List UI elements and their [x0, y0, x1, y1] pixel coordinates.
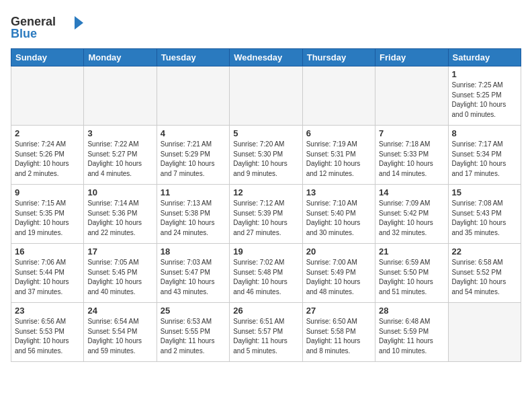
day-number: 6 — [306, 128, 371, 138]
weekday-header-tuesday: Tuesday — [157, 49, 229, 66]
day-cell: 12Sunrise: 7:12 AM Sunset: 5:39 PM Dayli… — [230, 185, 302, 244]
day-info: Sunrise: 7:20 AM Sunset: 5:30 PM Dayligh… — [233, 140, 298, 179]
day-cell: 27Sunrise: 6:50 AM Sunset: 5:58 PM Dayli… — [302, 303, 375, 362]
day-number: 21 — [379, 246, 444, 257]
day-info: Sunrise: 7:25 AM Sunset: 5:25 PM Dayligh… — [452, 81, 517, 120]
day-info: Sunrise: 7:19 AM Sunset: 5:31 PM Dayligh… — [306, 140, 371, 179]
day-cell — [157, 66, 229, 126]
weekday-header-row: SundayMondayTuesdayWednesdayThursdayFrid… — [11, 49, 521, 66]
logo: General Blue — [11, 11, 85, 43]
day-cell — [230, 66, 302, 126]
day-number: 11 — [161, 187, 226, 197]
weekday-header-wednesday: Wednesday — [230, 49, 302, 66]
day-number: 24 — [87, 306, 152, 316]
weekday-header-thursday: Thursday — [302, 49, 375, 66]
day-info: Sunrise: 7:05 AM Sunset: 5:45 PM Dayligh… — [87, 258, 152, 297]
day-cell: 21Sunrise: 6:59 AM Sunset: 5:50 PM Dayli… — [375, 244, 448, 303]
day-number: 1 — [452, 69, 517, 79]
day-info: Sunrise: 7:14 AM Sunset: 5:36 PM Dayligh… — [87, 199, 152, 238]
day-number: 26 — [233, 306, 298, 316]
day-info: Sunrise: 6:50 AM Sunset: 5:58 PM Dayligh… — [306, 317, 371, 356]
svg-text:Blue: Blue — [11, 27, 37, 40]
day-cell: 22Sunrise: 6:58 AM Sunset: 5:52 PM Dayli… — [448, 244, 521, 303]
day-info: Sunrise: 7:22 AM Sunset: 5:27 PM Dayligh… — [87, 140, 152, 179]
logo-text: General Blue — [11, 11, 85, 43]
day-cell: 7Sunrise: 7:18 AM Sunset: 5:33 PM Daylig… — [375, 126, 448, 185]
day-number: 4 — [161, 128, 226, 138]
day-number: 14 — [379, 187, 444, 197]
day-cell — [84, 66, 157, 126]
day-number: 12 — [233, 187, 298, 197]
week-row-3: 9Sunrise: 7:15 AM Sunset: 5:35 PM Daylig… — [11, 185, 521, 244]
day-number: 10 — [87, 187, 152, 197]
day-info: Sunrise: 7:12 AM Sunset: 5:39 PM Dayligh… — [233, 199, 298, 238]
day-info: Sunrise: 6:51 AM Sunset: 5:57 PM Dayligh… — [233, 317, 298, 356]
day-info: Sunrise: 7:15 AM Sunset: 5:35 PM Dayligh… — [15, 199, 80, 238]
day-number: 2 — [15, 128, 80, 138]
day-number: 23 — [15, 306, 80, 316]
svg-text:General: General — [11, 15, 56, 28]
day-info: Sunrise: 7:02 AM Sunset: 5:48 PM Dayligh… — [233, 258, 298, 297]
day-info: Sunrise: 6:58 AM Sunset: 5:52 PM Dayligh… — [452, 258, 517, 297]
day-cell: 18Sunrise: 7:03 AM Sunset: 5:47 PM Dayli… — [157, 244, 229, 303]
calendar-table: SundayMondayTuesdayWednesdayThursdayFrid… — [11, 48, 521, 362]
day-cell: 3Sunrise: 7:22 AM Sunset: 5:27 PM Daylig… — [84, 126, 157, 185]
day-number: 25 — [161, 306, 226, 316]
day-cell: 25Sunrise: 6:53 AM Sunset: 5:55 PM Dayli… — [157, 303, 229, 362]
day-cell: 1Sunrise: 7:25 AM Sunset: 5:25 PM Daylig… — [448, 66, 521, 126]
day-number: 22 — [452, 246, 517, 257]
day-info: Sunrise: 7:24 AM Sunset: 5:26 PM Dayligh… — [15, 140, 80, 179]
day-info: Sunrise: 7:08 AM Sunset: 5:43 PM Dayligh… — [452, 199, 517, 238]
day-info: Sunrise: 7:13 AM Sunset: 5:38 PM Dayligh… — [161, 199, 226, 238]
weekday-header-friday: Friday — [375, 49, 448, 66]
day-number: 20 — [306, 246, 371, 257]
day-cell: 17Sunrise: 7:05 AM Sunset: 5:45 PM Dayli… — [84, 244, 157, 303]
weekday-header-monday: Monday — [84, 49, 157, 66]
day-info: Sunrise: 7:18 AM Sunset: 5:33 PM Dayligh… — [379, 140, 444, 179]
day-info: Sunrise: 7:09 AM Sunset: 5:42 PM Dayligh… — [379, 199, 444, 238]
day-cell: 23Sunrise: 6:56 AM Sunset: 5:53 PM Dayli… — [11, 303, 84, 362]
page-header: General Blue — [11, 11, 521, 43]
weekday-header-sunday: Sunday — [11, 49, 84, 66]
day-cell: 5Sunrise: 7:20 AM Sunset: 5:30 PM Daylig… — [230, 126, 302, 185]
day-cell: 10Sunrise: 7:14 AM Sunset: 5:36 PM Dayli… — [84, 185, 157, 244]
day-number: 8 — [452, 128, 517, 138]
day-cell — [302, 66, 375, 126]
day-number: 16 — [15, 246, 80, 257]
day-number: 27 — [306, 306, 371, 316]
day-cell: 9Sunrise: 7:15 AM Sunset: 5:35 PM Daylig… — [11, 185, 84, 244]
day-cell — [11, 66, 84, 126]
day-number: 3 — [87, 128, 152, 138]
week-row-1: 1Sunrise: 7:25 AM Sunset: 5:25 PM Daylig… — [11, 66, 521, 126]
day-info: Sunrise: 7:03 AM Sunset: 5:47 PM Dayligh… — [161, 258, 226, 297]
day-number: 5 — [233, 128, 298, 138]
day-number: 17 — [87, 246, 152, 257]
day-cell: 28Sunrise: 6:48 AM Sunset: 5:59 PM Dayli… — [375, 303, 448, 362]
day-cell: 2Sunrise: 7:24 AM Sunset: 5:26 PM Daylig… — [11, 126, 84, 185]
day-info: Sunrise: 7:17 AM Sunset: 5:34 PM Dayligh… — [452, 140, 517, 179]
day-cell: 16Sunrise: 7:06 AM Sunset: 5:44 PM Dayli… — [11, 244, 84, 303]
day-info: Sunrise: 6:48 AM Sunset: 5:59 PM Dayligh… — [379, 317, 444, 356]
day-info: Sunrise: 7:06 AM Sunset: 5:44 PM Dayligh… — [15, 258, 80, 297]
day-info: Sunrise: 6:53 AM Sunset: 5:55 PM Dayligh… — [161, 317, 226, 356]
week-row-5: 23Sunrise: 6:56 AM Sunset: 5:53 PM Dayli… — [11, 303, 521, 362]
week-row-2: 2Sunrise: 7:24 AM Sunset: 5:26 PM Daylig… — [11, 126, 521, 185]
weekday-header-saturday: Saturday — [448, 49, 521, 66]
day-cell: 19Sunrise: 7:02 AM Sunset: 5:48 PM Dayli… — [230, 244, 302, 303]
day-cell: 15Sunrise: 7:08 AM Sunset: 5:43 PM Dayli… — [448, 185, 521, 244]
day-info: Sunrise: 7:21 AM Sunset: 5:29 PM Dayligh… — [161, 140, 226, 179]
day-info: Sunrise: 6:59 AM Sunset: 5:50 PM Dayligh… — [379, 258, 444, 297]
day-info: Sunrise: 7:10 AM Sunset: 5:40 PM Dayligh… — [306, 199, 371, 238]
day-cell: 11Sunrise: 7:13 AM Sunset: 5:38 PM Dayli… — [157, 185, 229, 244]
day-number: 13 — [306, 187, 371, 197]
day-info: Sunrise: 6:56 AM Sunset: 5:53 PM Dayligh… — [15, 317, 80, 356]
day-number: 19 — [233, 246, 298, 257]
day-cell: 4Sunrise: 7:21 AM Sunset: 5:29 PM Daylig… — [157, 126, 229, 185]
day-cell: 13Sunrise: 7:10 AM Sunset: 5:40 PM Dayli… — [302, 185, 375, 244]
day-number: 15 — [452, 187, 517, 197]
day-cell: 26Sunrise: 6:51 AM Sunset: 5:57 PM Dayli… — [230, 303, 302, 362]
day-number: 9 — [15, 187, 80, 197]
day-cell: 6Sunrise: 7:19 AM Sunset: 5:31 PM Daylig… — [302, 126, 375, 185]
day-cell: 8Sunrise: 7:17 AM Sunset: 5:34 PM Daylig… — [448, 126, 521, 185]
day-cell: 20Sunrise: 7:00 AM Sunset: 5:49 PM Dayli… — [302, 244, 375, 303]
